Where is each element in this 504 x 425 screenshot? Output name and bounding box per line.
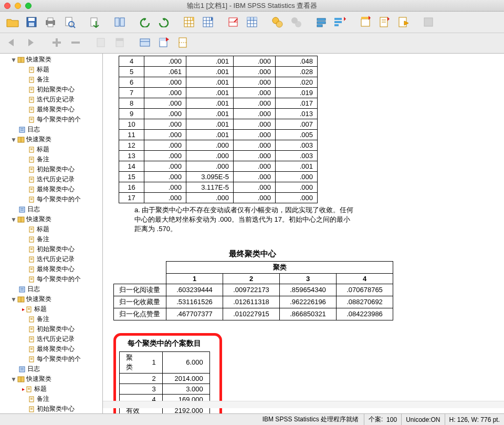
- table-row[interactable]: 14.000.000.000.001: [119, 161, 318, 172]
- outline-child-item[interactable]: 备注: [1, 234, 102, 244]
- outline-child-item[interactable]: 最终聚类中心: [1, 264, 102, 274]
- outline-log-item[interactable]: 日志: [1, 204, 102, 214]
- table-row[interactable]: 归一化阅读量.603239444.009722173.859654340.070…: [114, 284, 393, 296]
- close-window-button[interactable]: [4, 3, 10, 9]
- outline-pane[interactable]: ▼快速聚类标题备注初始聚类中心迭代历史记录最终聚类中心每个聚类中的个日志▼快速聚…: [0, 54, 103, 413]
- table-row[interactable]: 22014.000: [120, 373, 210, 383]
- undo-button[interactable]: [136, 14, 153, 30]
- outline-group-item[interactable]: ▼快速聚类: [1, 55, 102, 65]
- outline-child-item[interactable]: 标题: [1, 65, 102, 75]
- svg-rect-32: [361, 19, 370, 26]
- goto-data-button[interactable]: [181, 14, 197, 30]
- table-row[interactable]: 聚类16.000: [120, 351, 210, 373]
- outline-log-item[interactable]: 日志: [1, 284, 102, 294]
- outline-child-item[interactable]: 初始聚类中心: [1, 244, 102, 254]
- output-viewer-pane[interactable]: 4.000.001.000.0485.061.001.000.0286.000.…: [103, 54, 504, 413]
- table-row[interactable]: 10.000.001.000.007: [119, 119, 318, 130]
- demote-button[interactable]: [67, 34, 84, 51]
- table-row[interactable]: 6.000.001.000.020: [119, 77, 318, 88]
- table-row[interactable]: 15.0003.095E-5.000.000: [119, 172, 318, 182]
- outline-log-item[interactable]: 日志: [1, 364, 102, 374]
- outline-child-item[interactable]: 备注: [1, 75, 102, 85]
- open-file-button[interactable]: [4, 14, 21, 30]
- outline-log-item[interactable]: 日志: [1, 125, 102, 134]
- designate-window-button[interactable]: [420, 14, 437, 30]
- outline-child-item[interactable]: 标题: [1, 224, 102, 234]
- table-row[interactable]: 17.000.000.000.000: [119, 193, 318, 203]
- goto-case-button[interactable]: [200, 14, 216, 30]
- outline-child-item[interactable]: 初始聚类中心: [1, 324, 102, 334]
- outline-group-item[interactable]: ▼快速聚类: [1, 294, 102, 304]
- recall-dialog-button[interactable]: [111, 14, 128, 30]
- insert-title-button[interactable]: [357, 14, 374, 30]
- collapse-button[interactable]: [111, 34, 128, 51]
- insert-heading-button[interactable]: [332, 14, 349, 30]
- table-row[interactable]: 33.000: [120, 383, 210, 394]
- svg-rect-27: [317, 25, 322, 27]
- table-row[interactable]: 16.0003.117E-5.000.000: [119, 182, 318, 193]
- minimize-window-button[interactable]: [15, 3, 21, 9]
- final-cluster-centers-table[interactable]: 聚类 1234 归一化阅读量.603239444.009722173.85965…: [113, 261, 393, 320]
- insert-text-button[interactable]: [376, 14, 393, 30]
- nav-back-button[interactable]: [4, 34, 21, 51]
- main-horizontal-scrollbar[interactable]: [103, 401, 504, 408]
- outline-child-item[interactable]: 迭代历史记录: [1, 174, 102, 184]
- promote-button[interactable]: [48, 34, 65, 51]
- outline-group-item[interactable]: ▼快速聚类: [1, 374, 102, 384]
- use-sets-button[interactable]: [288, 14, 304, 30]
- outline-child-item[interactable]: 初始聚类中心: [1, 404, 102, 413]
- outline-child-item[interactable]: 备注: [1, 154, 102, 164]
- outline-child-item[interactable]: 最终聚类中心: [1, 344, 102, 354]
- table-row[interactable]: 11.000.001.000.005: [119, 130, 318, 140]
- value-labels-button[interactable]: [269, 14, 286, 30]
- outline-child-item[interactable]: 备注: [1, 394, 102, 404]
- nav-forward-button[interactable]: [23, 34, 40, 51]
- table-row[interactable]: 13.000.000.000.003: [119, 151, 318, 161]
- outline-group-item[interactable]: ▼快速聚类: [1, 214, 102, 224]
- outline-child-item[interactable]: 每个聚类中的个: [1, 274, 102, 284]
- outline-child-item[interactable]: 迭代历史记录: [1, 254, 102, 264]
- table-row[interactable]: 5.061.001.000.028: [119, 67, 318, 77]
- insert-new-heading-button[interactable]: [155, 34, 172, 51]
- outline-child-item[interactable]: 初始聚类中心: [1, 85, 102, 95]
- svg-rect-100: [19, 207, 25, 212]
- outline-child-item[interactable]: 标题: [1, 144, 102, 154]
- table-row[interactable]: 归一化点赞量.467707377.010227915.866850321.084…: [114, 308, 393, 320]
- outline-child-item[interactable]: 每个聚类中的个: [1, 194, 102, 204]
- table-row[interactable]: 4.000.001.000.048: [119, 56, 318, 67]
- centers-header: 聚类: [166, 261, 393, 273]
- show-hide-button[interactable]: [136, 34, 153, 51]
- insert-page-break-button[interactable]: [174, 34, 191, 51]
- table-row[interactable]: 8.000.001.000.017: [119, 98, 318, 109]
- outline-child-item[interactable]: 迭代历史记录: [1, 95, 102, 105]
- outline-group-item[interactable]: ▼快速聚类: [1, 134, 102, 144]
- show-all-button[interactable]: [313, 14, 330, 30]
- table-row[interactable]: 归一化收藏量.531161526.012611318.962226196.088…: [114, 296, 393, 308]
- outline-child-item[interactable]: 每个聚类中的个: [1, 354, 102, 364]
- outline-child-item[interactable]: 备注: [1, 314, 102, 324]
- zoom-window-button[interactable]: [25, 3, 32, 9]
- outline-child-item[interactable]: 初始聚类中心: [1, 164, 102, 174]
- outline-child-item[interactable]: 迭代历史记录: [1, 334, 102, 344]
- print-preview-button[interactable]: [61, 14, 78, 30]
- table-row[interactable]: 7.000.001.000.019: [119, 88, 318, 98]
- table-row[interactable]: 12.000.000.000.003: [119, 140, 318, 151]
- print-button[interactable]: [42, 14, 59, 30]
- outline-child-item[interactable]: 最终聚类中心: [1, 105, 102, 115]
- run-script-button[interactable]: [395, 14, 412, 30]
- variables-button[interactable]: [225, 14, 242, 30]
- toolbar-main: [0, 12, 504, 33]
- table-row[interactable]: 9.000.001.000.013: [119, 109, 318, 119]
- outline-child-item[interactable]: ▸标题: [1, 304, 102, 314]
- export-button[interactable]: [86, 14, 103, 30]
- redo-button[interactable]: [155, 14, 172, 30]
- outline-child-item[interactable]: 每个聚类中的个: [1, 115, 102, 125]
- iteration-history-table[interactable]: 4.000.001.000.0485.061.001.000.0286.000.…: [119, 56, 318, 203]
- expand-button[interactable]: [92, 34, 109, 51]
- svg-marker-42: [8, 39, 14, 46]
- outline-child-item[interactable]: 最终聚类中心: [1, 184, 102, 194]
- status-unicode: Unicode:ON: [401, 414, 444, 425]
- outline-child-item[interactable]: ▸标题: [1, 384, 102, 394]
- save-button[interactable]: [23, 14, 40, 30]
- select-cases-button[interactable]: [244, 14, 260, 30]
